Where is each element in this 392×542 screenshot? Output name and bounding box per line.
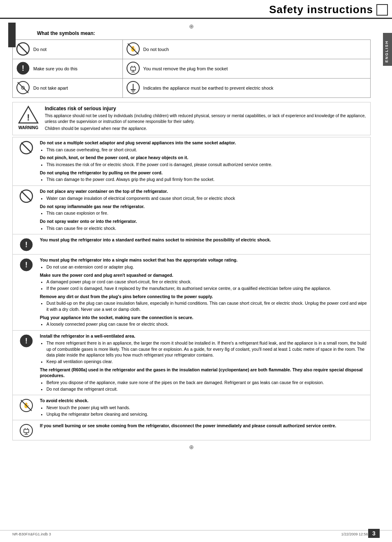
svg-rect-37	[24, 429, 29, 433]
instr-block-2: Do not place any water container on the …	[12, 186, 371, 234]
list-item: Do not damage the refrigerant circuit.	[46, 386, 367, 392]
symbols-table: Do not ✋ Do not touch	[12, 39, 371, 98]
instr-icon-col-1	[16, 140, 37, 155]
svg-point-36	[20, 424, 32, 437]
instr-block-7: If you smell burning or see smoke coming…	[12, 420, 371, 440]
notake-icon: ⚙	[16, 81, 30, 95]
list-item: Do not use an extension cord or adapter …	[46, 264, 367, 270]
instr-2-item-2-bold: Do not spray inflammable gas near the re…	[40, 204, 367, 210]
instr-1-item-2-bold: Do not pinch, knot, or bend the power co…	[40, 155, 367, 161]
instr-block-4: ! You must plug the refrigerator into a …	[12, 255, 371, 331]
earth-icon	[126, 81, 140, 95]
warning-title: Indicates risk of serious injury	[45, 106, 367, 111]
instr-text-3: You must plug the refrigerator into a st…	[40, 237, 367, 244]
instr-text-4: You must plug the refrigerator into a si…	[40, 257, 367, 328]
list-item: Before you dispose of the appliance, mak…	[46, 380, 367, 386]
symbol-cell-plug: You must remove the plug from the socket	[122, 59, 370, 79]
instr-3-item-1-bold: You must plug the refrigerator into a st…	[40, 237, 367, 243]
instr-5-item-1-bold: Install the refrigerator in a well-venti…	[40, 333, 367, 339]
instr-4-item-4-list: A loosely connected power plug can cause…	[46, 321, 367, 327]
exclaim-icon: !	[16, 61, 30, 76]
instr-2-item-3-bold: Do not spray water onto or into the refr…	[40, 218, 367, 225]
instr-5-item-1-list: The more refrigerant there is in an appl…	[46, 340, 367, 365]
instr-icon-col-5: !	[16, 333, 37, 348]
symbol-label-earth: Indicates the appliance must be earthed …	[143, 86, 274, 90]
instr-block-6: ✋ To avoid electric shock. Never touch t…	[12, 395, 371, 420]
list-item: A damaged power plug or cord can cause s…	[46, 279, 367, 285]
instr-text-7: If you smell burning or see smoke coming…	[40, 423, 367, 430]
list-item: This can cause explosion or fire.	[46, 210, 367, 216]
instr-4-item-3-list: Dust build-up on the plug can cause insu…	[46, 300, 367, 312]
instr-block-1: Do not use a multiple socket adaptor and…	[12, 137, 371, 186]
symbol-cell-no-take-apart: ⚙ Do not take apart	[13, 79, 123, 98]
warning-label: WARNING	[18, 125, 38, 130]
notouch-icon: ✋	[126, 42, 140, 57]
instr-4-item-2-bold: Make sure the power cord and plug aren't…	[40, 272, 367, 278]
header-box-icon	[376, 4, 388, 16]
instr-1-item-1-bold: Do not use a multiple socket adaptor and…	[40, 140, 367, 146]
svg-text:!: !	[25, 241, 28, 249]
instr-5-item-2-bold: The refrigerant (R600a) used in the refr…	[40, 367, 367, 379]
plug-icon	[126, 61, 140, 76]
svg-line-15	[18, 82, 28, 93]
page-number: 3	[368, 529, 380, 538]
symbol-label-no-take-apart: Do not take apart	[33, 86, 68, 90]
svg-point-7	[127, 62, 139, 74]
symbol-label-plug: You must remove the plug from the socket	[143, 66, 228, 71]
instr-text-1: Do not use a multiple socket adaptor and…	[40, 140, 367, 183]
list-item: Dust build-up on the plug can cause insu…	[46, 300, 367, 312]
svg-text:!: !	[25, 261, 28, 269]
page-title: Safety instructions	[269, 3, 373, 16]
instr-2-item-3-list: This can cause fire or electric shock.	[46, 225, 367, 232]
svg-line-4	[128, 44, 138, 54]
instr-1-item-3-bold: Do not unplug the refrigerator by pullin…	[40, 170, 367, 176]
svg-text:!: !	[22, 64, 24, 72]
warning-icon-col: ! WARNING	[16, 106, 41, 130]
instr-icon-col-4: !	[16, 257, 37, 272]
symbols-title: What the symbols mean:	[37, 30, 371, 36]
instr-1-item-3-list: This can damage to the power cord. Alway…	[46, 176, 367, 183]
instr-icon-col-2	[16, 188, 37, 203]
instr-icon-col-6: ✋	[16, 398, 37, 412]
instr-6-item-1-bold: To avoid electric shock.	[40, 398, 367, 404]
instr-6-item-1-list: Never touch the power plug with wet hand…	[46, 405, 367, 417]
symbol-cell-make-sure: ! Make sure you do this	[13, 59, 123, 79]
list-item: Never touch the power plug with wet hand…	[46, 405, 367, 411]
footer-file: NR-B30FX&FG1.indb 3	[12, 532, 51, 536]
warning-note: Children should be supervised when near …	[45, 126, 367, 132]
list-item: If the power cord is damaged, have it re…	[46, 285, 367, 292]
crosshair-bottom: ⊕	[12, 444, 371, 450]
symbol-cell-do-not: Do not	[13, 40, 123, 59]
list-item: The more refrigerant there is in an appl…	[46, 340, 367, 358]
instr-2-item-1-bold: Do not place any water container on the …	[40, 188, 367, 195]
symbol-cell-do-not-touch: ✋ Do not touch	[122, 40, 370, 59]
instr-7-item-1-bold: If you smell burning or see smoke coming…	[40, 423, 367, 429]
warning-triangle-icon: !	[18, 106, 39, 124]
crosshair-top: ⊕	[12, 23, 371, 30]
symbol-cell-earth: Indicates the appliance must be earthed …	[122, 79, 370, 98]
warning-text: Indicates risk of serious injury This ap…	[45, 106, 367, 132]
svg-line-35	[21, 400, 32, 411]
list-item: This can cause fire or electric shock.	[46, 225, 367, 232]
instr-2-item-1-list: Water can damage insulation of electrica…	[46, 195, 367, 202]
svg-text:!: !	[27, 112, 30, 123]
instr-block-5: ! Install the refrigerator in a well-ven…	[12, 331, 371, 395]
svg-line-24	[21, 143, 31, 153]
instr-5-item-2-list: Before you dispose of the appliance, mak…	[46, 380, 367, 392]
no-icon	[16, 42, 30, 57]
page-footer: NR-B30FX&FG1.indb 3 1/22/2009 12:56:07 P…	[0, 530, 392, 538]
svg-text:!: !	[25, 337, 28, 345]
symbol-label-make-sure: Make sure you do this	[33, 66, 78, 71]
instr-4-item-3-bold: Remove any dirt or dust from the plug's …	[40, 294, 367, 300]
left-accent-bar	[8, 23, 16, 47]
instr-text-5: Install the refrigerator in a well-venti…	[40, 333, 367, 392]
warning-body: This appliance should not be used by ind…	[45, 113, 367, 125]
instr-block-3: ! You must plug the refrigerator into a …	[12, 234, 371, 255]
warning-section: ! WARNING Indicates risk of serious inju…	[12, 102, 371, 135]
instr-1-item-2-list: This increases the risk of fire or elect…	[46, 162, 367, 168]
language-sidebar: ENGLISH	[383, 33, 392, 66]
svg-rect-8	[131, 67, 136, 70]
instr-text-6: To avoid electric shock. Never touch the…	[40, 398, 367, 417]
list-item: This increases the risk of fire or elect…	[46, 162, 367, 168]
symbol-label-do-not-touch: Do not touch	[143, 47, 169, 52]
